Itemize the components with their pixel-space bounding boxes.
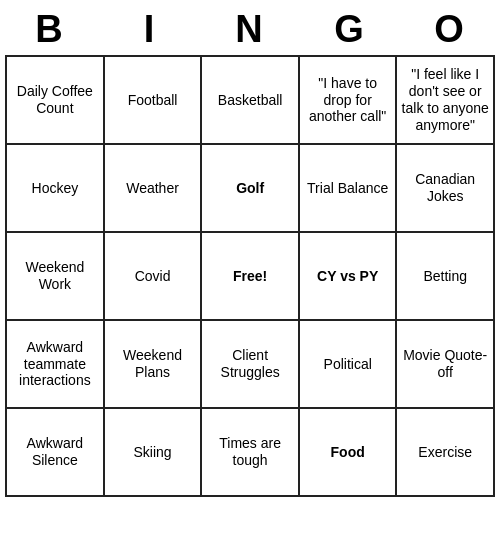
bingo-title: B I N G O <box>0 0 500 55</box>
title-o: O <box>400 8 500 51</box>
bingo-grid: Daily Coffee CountFootballBasketball"I h… <box>5 55 495 497</box>
cell-r4-c3: Food <box>299 408 396 496</box>
cell-r2-c0: Weekend Work <box>6 232 104 320</box>
cell-r1-c4: Canadian Jokes <box>396 144 494 232</box>
cell-r4-c4: Exercise <box>396 408 494 496</box>
cell-r2-c3: CY vs PY <box>299 232 396 320</box>
cell-r4-c0: Awkward Silence <box>6 408 104 496</box>
title-g: G <box>300 8 400 51</box>
cell-r1-c3: Trial Balance <box>299 144 396 232</box>
cell-r3-c1: Weekend Plans <box>104 320 202 408</box>
cell-r0-c3: "I have to drop for another call" <box>299 56 396 144</box>
cell-r3-c0: Awkward teammate interactions <box>6 320 104 408</box>
cell-r2-c4: Betting <box>396 232 494 320</box>
cell-r0-c1: Football <box>104 56 202 144</box>
title-b: B <box>0 8 100 51</box>
cell-r4-c2: Times are tough <box>201 408 299 496</box>
title-i: I <box>100 8 200 51</box>
cell-r2-c1: Covid <box>104 232 202 320</box>
cell-r0-c4: "I feel like I don't see or talk to anyo… <box>396 56 494 144</box>
cell-r0-c2: Basketball <box>201 56 299 144</box>
cell-r1-c0: Hockey <box>6 144 104 232</box>
cell-r4-c1: Skiing <box>104 408 202 496</box>
cell-r1-c2: Golf <box>201 144 299 232</box>
cell-r2-c2: Free! <box>201 232 299 320</box>
title-n: N <box>200 8 300 51</box>
cell-r3-c4: Movie Quote-off <box>396 320 494 408</box>
cell-r3-c3: Political <box>299 320 396 408</box>
cell-r0-c0: Daily Coffee Count <box>6 56 104 144</box>
cell-r3-c2: Client Struggles <box>201 320 299 408</box>
cell-r1-c1: Weather <box>104 144 202 232</box>
